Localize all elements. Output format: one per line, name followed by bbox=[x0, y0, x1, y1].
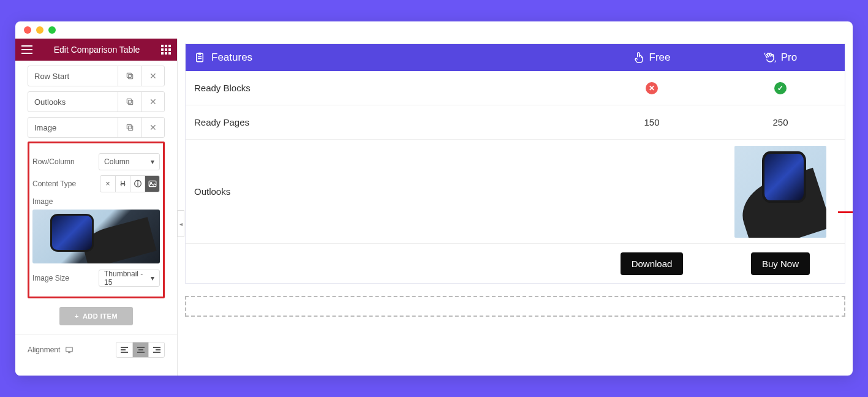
product-image bbox=[734, 146, 826, 238]
menu-icon[interactable] bbox=[21, 45, 32, 54]
alignment-label: Alignment bbox=[28, 346, 60, 354]
drop-zone[interactable] bbox=[185, 296, 845, 317]
content-type-label: Content Type bbox=[32, 180, 76, 188]
row-column-label: Row/Column bbox=[32, 157, 75, 166]
content-type-info[interactable]: ⓘ bbox=[130, 176, 145, 192]
window-maximize-dot[interactable] bbox=[48, 26, 56, 34]
row-item-label: Outlooks bbox=[28, 97, 118, 107]
td-feature: Ready Blocks bbox=[186, 83, 587, 93]
sidebar-header: Edit Comparison Table bbox=[15, 39, 177, 61]
td-pro-value: 250 bbox=[716, 117, 845, 127]
svg-rect-5 bbox=[127, 124, 131, 129]
plus-icon: + bbox=[75, 312, 79, 320]
td-feature: Ready Pages bbox=[186, 117, 587, 127]
app-window: Edit Comparison Table Row Start ✕ Outloo… bbox=[15, 21, 853, 376]
content-type-none[interactable]: × bbox=[100, 176, 115, 192]
apps-grid-icon[interactable] bbox=[161, 45, 171, 55]
image-label: Image bbox=[32, 197, 160, 206]
th-pro: Pro bbox=[716, 51, 845, 64]
row-item-image[interactable]: Image ✕ bbox=[28, 117, 165, 138]
close-icon[interactable]: ✕ bbox=[141, 92, 164, 112]
table-row-outlooks: Outlooks bbox=[186, 140, 845, 244]
titlebar bbox=[15, 21, 853, 39]
content-type-segmented: × H ⓘ bbox=[100, 175, 160, 192]
svg-rect-4 bbox=[128, 126, 132, 130]
editor-sidebar: Edit Comparison Table Row Start ✕ Outloo… bbox=[15, 39, 178, 376]
row-column-value: Column bbox=[104, 157, 129, 166]
table-header: Features Free Pro bbox=[186, 44, 845, 71]
svg-rect-10 bbox=[198, 53, 202, 55]
td-pro-outlook bbox=[716, 146, 845, 238]
td-pro: ✓ bbox=[716, 82, 845, 94]
content-type-image[interactable] bbox=[145, 176, 159, 192]
highlighted-settings: Row/Column Column ▾ Content Type × H ⓘ bbox=[28, 142, 165, 298]
svg-rect-1 bbox=[127, 73, 131, 77]
comparison-table: Features Free Pro bbox=[185, 43, 845, 284]
collapse-sidebar-handle[interactable]: ◂ bbox=[177, 210, 184, 237]
td-free-value: 150 bbox=[587, 117, 716, 127]
chevron-down-icon: ▾ bbox=[151, 157, 154, 166]
hand-pointing-icon bbox=[633, 51, 644, 64]
add-item-label: ADD ITEM bbox=[83, 312, 118, 320]
th-free-label: Free bbox=[649, 51, 671, 64]
row-item-label: Image bbox=[28, 123, 118, 132]
align-right-button[interactable] bbox=[148, 342, 164, 357]
buy-now-button[interactable]: Buy Now bbox=[751, 252, 810, 275]
duplicate-icon[interactable] bbox=[118, 66, 141, 86]
row-item-label: Row Start bbox=[28, 72, 118, 81]
close-icon[interactable]: ✕ bbox=[141, 118, 164, 137]
image-preview[interactable] bbox=[32, 210, 160, 263]
duplicate-icon[interactable] bbox=[118, 92, 141, 112]
window-minimize-dot[interactable] bbox=[36, 26, 43, 34]
preview-area: ◂ Features Free bbox=[178, 39, 853, 376]
close-icon[interactable]: ✕ bbox=[141, 66, 164, 86]
image-size-label: Image Size bbox=[32, 274, 69, 282]
window-close-dot[interactable] bbox=[24, 26, 31, 34]
clipboard-icon bbox=[194, 51, 205, 64]
table-row: Ready Blocks ✕ ✓ bbox=[186, 71, 845, 105]
th-features-label: Features bbox=[211, 51, 252, 64]
svg-rect-0 bbox=[128, 75, 132, 79]
th-features: Features bbox=[186, 51, 587, 64]
svg-rect-2 bbox=[128, 100, 132, 105]
duplicate-icon[interactable] bbox=[118, 118, 141, 137]
table-row: Ready Pages 150 250 bbox=[186, 105, 845, 140]
row-column-select[interactable]: Column ▾ bbox=[99, 153, 160, 170]
row-item-row-start[interactable]: Row Start ✕ bbox=[28, 66, 165, 86]
svg-rect-3 bbox=[127, 99, 131, 103]
sidebar-footer: Alignment bbox=[15, 334, 177, 365]
image-size-value: Thumbnail - 15 bbox=[104, 270, 151, 287]
th-free: Free bbox=[587, 51, 716, 64]
desktop-icon bbox=[65, 346, 74, 354]
table-row-actions: Download Buy Now bbox=[186, 244, 845, 283]
sidebar-title: Edit Comparison Table bbox=[54, 45, 140, 55]
row-item-outlooks[interactable]: Outlooks ✕ bbox=[28, 91, 165, 112]
content-type-text[interactable]: H bbox=[115, 176, 130, 192]
td-free: ✕ bbox=[587, 82, 716, 94]
alignment-group bbox=[116, 342, 165, 358]
download-button[interactable]: Download bbox=[621, 252, 684, 275]
add-item-button[interactable]: + ADD ITEM bbox=[59, 307, 133, 325]
th-pro-label: Pro bbox=[781, 51, 797, 64]
status-no-icon: ✕ bbox=[646, 82, 658, 94]
hand-wave-icon bbox=[764, 51, 776, 64]
status-ok-icon: ✓ bbox=[774, 82, 787, 94]
annotation-arrow bbox=[838, 208, 853, 216]
chevron-down-icon: ▾ bbox=[151, 274, 154, 282]
svg-rect-8 bbox=[66, 347, 73, 352]
td-feature: Outlooks bbox=[186, 186, 587, 197]
image-size-select[interactable]: Thumbnail - 15 ▾ bbox=[99, 270, 160, 287]
align-center-button[interactable] bbox=[132, 342, 148, 357]
align-left-button[interactable] bbox=[116, 342, 132, 357]
